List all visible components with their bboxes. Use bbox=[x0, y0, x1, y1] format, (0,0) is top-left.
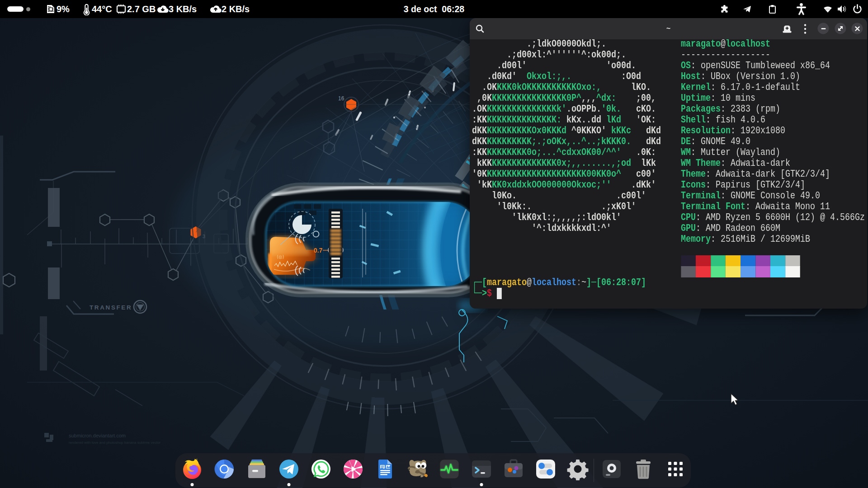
svg-text:TRANSFER: TRANSFER bbox=[90, 304, 132, 311]
svg-text:16: 16 bbox=[338, 95, 344, 102]
svg-text:⟨◎⟩: ⟨◎⟩ bbox=[277, 255, 284, 260]
svg-text:submicron.deviantart.com: submicron.deviantart.com bbox=[69, 433, 126, 438]
svg-text:0.7: 0.7 bbox=[314, 247, 323, 254]
svg-text:rendered with love and photosh: rendered with love and photoshop banana … bbox=[69, 441, 161, 445]
